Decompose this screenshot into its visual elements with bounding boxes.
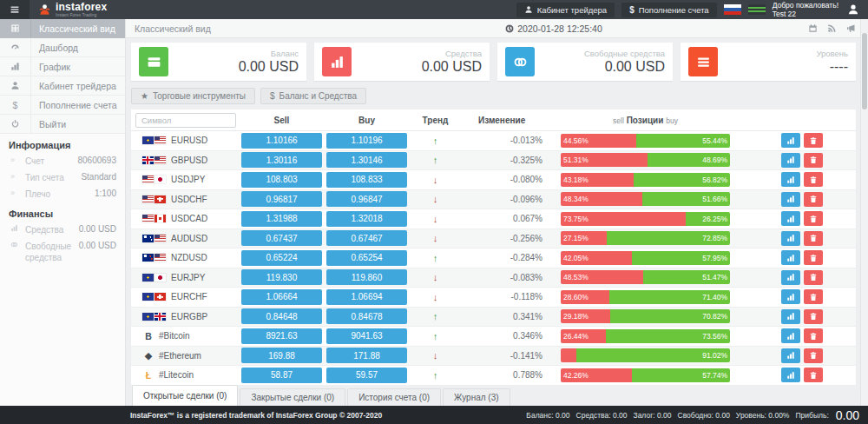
symbol-label: USDCHF xyxy=(171,195,207,204)
open-chart-button[interactable] xyxy=(781,348,800,363)
green-stripes-flag-icon[interactable] xyxy=(748,4,766,15)
buy-price-button[interactable]: 108.833 xyxy=(326,172,407,188)
trash-icon xyxy=(809,234,818,242)
sell-price-button[interactable]: 1.06664 xyxy=(241,289,322,305)
instaforex-logo[interactable]: instaforex Instant Forex Trading xyxy=(38,2,107,17)
buy-price-button[interactable]: 0.67467 xyxy=(326,230,407,246)
balance-funds-button[interactable]: $Баланс и Средства xyxy=(260,88,366,104)
sidebar-item-label: Дашборд xyxy=(31,43,78,53)
calendar-icon[interactable] xyxy=(808,23,818,33)
open-chart-button[interactable] xyxy=(781,231,800,246)
summary-cards: Баланс 0.00 USD Средства 0.00 USD Свобод… xyxy=(131,43,856,81)
info-label: Плечо xyxy=(25,189,95,200)
info-label: Счет xyxy=(25,156,78,167)
open-chart-button[interactable] xyxy=(781,368,800,382)
megaphone-icon[interactable] xyxy=(846,23,856,33)
open-chart-button[interactable] xyxy=(781,250,800,265)
delete-symbol-button[interactable] xyxy=(804,153,823,168)
card-value: 0.00 USD xyxy=(584,59,665,75)
open-chart-button[interactable] xyxy=(781,153,800,168)
sell-price-button[interactable]: 0.96817 xyxy=(241,191,322,207)
positions-bar: 91.02% xyxy=(561,348,730,362)
buy-price-button[interactable]: 1.32018 xyxy=(326,211,407,227)
sell-price-button[interactable]: 119.830 xyxy=(241,269,322,285)
trader-cabinet-button[interactable]: Кабинет трейдера xyxy=(516,3,615,17)
sell-price-button[interactable]: 0.84648 xyxy=(241,308,322,324)
sidebar-item-label: Пополнение счета xyxy=(31,100,117,110)
trading-instruments-button[interactable]: ★Торговые инструменты xyxy=(131,88,255,104)
buy-price-button[interactable]: 1.10196 xyxy=(326,133,407,149)
delete-symbol-button[interactable] xyxy=(804,172,823,187)
open-chart-button[interactable] xyxy=(781,309,800,324)
sell-price-button[interactable]: 8921.63 xyxy=(241,328,322,344)
buy-price-button[interactable]: 0.84678 xyxy=(326,308,407,324)
delete-symbol-button[interactable] xyxy=(804,368,823,382)
delete-symbol-button[interactable] xyxy=(804,348,823,363)
buy-price-button[interactable]: 0.96847 xyxy=(326,191,407,207)
hamburger-menu-button[interactable] xyxy=(0,0,30,19)
user-avatar-icon[interactable] xyxy=(845,2,861,17)
open-chart-button[interactable] xyxy=(781,211,800,226)
vertical-scrollbar[interactable] xyxy=(860,19,868,406)
open-chart-button[interactable] xyxy=(781,328,800,343)
symbol-cell: USDCAD xyxy=(131,214,241,223)
sell-price-button[interactable]: 0.67437 xyxy=(241,230,322,246)
sidebar-item-user[interactable]: Кабинет трейдера xyxy=(0,76,125,96)
sell-price-button[interactable]: 0.65224 xyxy=(241,250,322,266)
sidebar-item-label: Кабинет трейдера xyxy=(31,81,116,91)
delete-symbol-button[interactable] xyxy=(804,309,823,324)
market-watch-table: Sell Buy Тренд Изменение sell Позиции bu… xyxy=(131,109,856,385)
sidebar-item-power[interactable]: Выйти xyxy=(0,115,125,134)
delete-symbol-button[interactable] xyxy=(804,270,823,285)
sell-price-button[interactable]: 1.10166 xyxy=(241,133,322,149)
positions-bar: 29.18% 70.82% xyxy=(561,309,730,323)
finance-row: Средства 0.00 USD xyxy=(0,222,125,238)
buy-price-button[interactable]: 0.65254 xyxy=(326,250,407,266)
footer-stats: Баланс: 0.00Средства: 0.00Залог: 0.00Сво… xyxy=(526,408,859,422)
rss-icon[interactable] xyxy=(827,23,837,33)
summary-card: Средства 0.00 USD xyxy=(314,43,490,81)
sidebar-item-dollar[interactable]: $ Пополнение счета xyxy=(0,96,125,115)
deposit-button[interactable]: $ Пополнение счета xyxy=(621,3,717,17)
trash-icon xyxy=(809,156,818,164)
delete-symbol-button[interactable] xyxy=(804,211,823,226)
sidebar-item-chart[interactable]: График xyxy=(0,57,125,76)
delete-symbol-button[interactable] xyxy=(804,328,823,343)
open-chart-button[interactable] xyxy=(781,192,800,207)
sell-price-button[interactable]: 108.803 xyxy=(241,172,322,188)
buy-price-button[interactable]: 119.860 xyxy=(326,269,407,285)
open-chart-button[interactable] xyxy=(781,133,800,148)
tab-закрытые[interactable]: Закрытые сделки (0) xyxy=(240,388,345,406)
chart-icon xyxy=(786,254,795,262)
buy-price-button[interactable]: 59.57 xyxy=(326,368,407,383)
tab-история[interactable]: История счета (0) xyxy=(347,388,441,406)
buy-price-button[interactable]: 1.06694 xyxy=(326,289,407,305)
sell-price-button[interactable]: 58.87 xyxy=(241,368,322,383)
symbol-search-input[interactable] xyxy=(135,113,236,128)
delete-symbol-button[interactable] xyxy=(804,289,823,304)
buy-price-button[interactable]: 171.88 xyxy=(326,348,407,363)
sell-price-button[interactable]: 1.30116 xyxy=(241,152,322,168)
sell-price-button[interactable]: 1.31988 xyxy=(241,211,322,227)
table-row: EURCHF 1.06664 1.06694 ↓ -0.118% 28.60% … xyxy=(131,288,856,308)
buy-percent-label: 72.85% xyxy=(702,234,727,242)
tab-журнал[interactable]: Журнал (3) xyxy=(443,388,510,406)
delete-symbol-button[interactable] xyxy=(804,133,823,148)
trend-down-icon: ↓ xyxy=(433,214,438,224)
delete-symbol-button[interactable] xyxy=(804,192,823,207)
buy-price-button[interactable]: 9041.63 xyxy=(326,328,407,344)
open-chart-button[interactable] xyxy=(781,172,800,187)
delete-symbol-button[interactable] xyxy=(804,250,823,265)
delete-symbol-button[interactable] xyxy=(804,231,823,246)
trash-icon xyxy=(809,254,818,262)
scrollbar-thumb[interactable] xyxy=(862,33,867,109)
open-chart-button[interactable] xyxy=(781,270,800,285)
sidebar-item-dashboard[interactable]: Дашборд xyxy=(0,38,125,57)
sell-price-button[interactable]: 169.88 xyxy=(241,348,322,363)
russian-flag-icon[interactable] xyxy=(724,4,741,15)
buy-price-button[interactable]: 1.30146 xyxy=(326,152,407,168)
tab-открытые[interactable]: Открытые сделки (0) xyxy=(132,385,238,406)
table-row: USDJPY 108.803 108.833 ↓ -0.080% 43.18% … xyxy=(131,170,856,190)
sidebar-item-table[interactable]: Классический вид xyxy=(0,19,125,38)
open-chart-button[interactable] xyxy=(781,289,800,304)
